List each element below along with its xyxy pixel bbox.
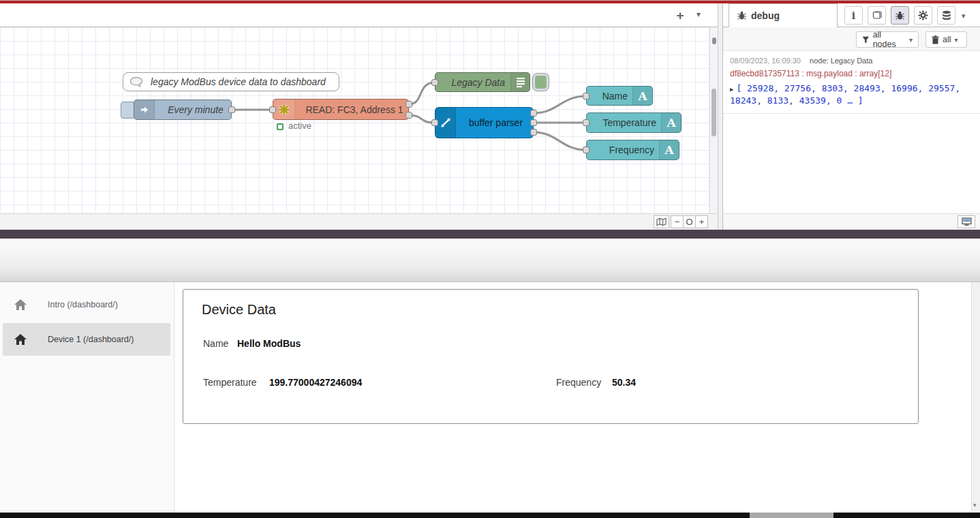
gear-icon [918,10,928,20]
zoom-in-button[interactable]: + [695,215,708,228]
dashboard-header: Device 1 [0,239,980,282]
debug-message-list: 08/09/2023, 16:09:30 node: Legacy Data d… [723,51,980,213]
add-flow-button[interactable]: + [671,8,689,23]
scroll-down-caret-icon[interactable]: ▾ [973,502,977,508]
modbus-read-node[interactable]: READ: FC3, Address 1 [273,99,409,120]
comment-node-label: legacy ModBus device data to dashboard [151,73,339,91]
horizontal-scrollbar-thumb[interactable] [750,513,833,518]
nav-item-intro[interactable]: Intro (/dashboard/) [3,289,170,320]
name-value: Hello ModBus [237,338,301,349]
message-payload: ▶[ 25928, 27756, 8303, 28493, 16996, 295… [730,82,974,106]
nav-item-device-1[interactable]: Device 1 (/dashboard/) [3,323,170,356]
message-property-path: df8ecbd817357113 : msg.payload : array[1… [730,69,974,78]
port-frequency-in[interactable] [583,147,589,153]
debug-console-icon [510,73,530,91]
modbus-read-node-label: READ: FC3, Address 1 [301,100,408,119]
name-label: Name [203,338,228,349]
context-data-tab-button[interactable] [937,6,955,25]
debug-tab-button[interactable] [891,6,909,25]
debug-node-label: Legacy Data [435,73,505,91]
port-modbus-out-2[interactable] [405,112,412,119]
info-tab-button[interactable]: i [844,6,863,25]
sidebar-resize-handle[interactable] [718,3,722,230]
bug-icon [895,11,904,20]
port-inject-out[interactable] [228,106,235,113]
config-nodes-tab-button[interactable] [914,6,932,25]
modbus-asterisk-icon [273,100,295,119]
dashboard-content: Device Data Name Hello ModBus Temperatur… [174,282,971,513]
tab-debug-label: debug [751,10,780,21]
port-parser-out-3[interactable] [530,129,537,136]
screen: + ▾ legacy Mod [0,0,980,518]
text-a-icon: A [632,87,652,105]
ui-text-node-temperature[interactable]: Temperature A [586,112,682,133]
inject-button[interactable] [121,102,135,119]
sidebar-menu-caret-icon[interactable]: ▾ [962,12,966,20]
dashboard-sidebar: Intro (/dashboard/) Device 1 (/dashboard… [0,282,174,513]
port-modbus-out-1[interactable] [405,101,412,108]
bug-icon [737,11,746,20]
editor-vertical-scrollbar[interactable] [709,27,718,213]
home-icon [14,333,27,346]
speech-bubble-icon [129,76,143,88]
port-parser-out-1[interactable] [530,110,537,117]
text-a-icon: A [661,113,681,132]
nav-item-label: Device 1 (/dashboard/) [48,335,134,344]
port-temperature-in[interactable] [583,119,589,126]
comment-node[interactable]: legacy ModBus device data to dashboard [123,72,339,91]
inject-node[interactable]: Every minute [134,100,232,120]
debug-filter-button[interactable]: all nodes ▾ [856,31,919,48]
resize-diagonal-icon [435,108,456,138]
nav-item-label: Intro (/dashboard/) [48,300,118,309]
open-debug-window-button[interactable] [958,215,975,228]
debug-sidebar: debug i [722,3,980,230]
ui-text-label: Temperature [587,113,656,132]
home-icon [14,299,27,311]
port-modbus-in[interactable] [269,106,276,113]
zoom-reset-button[interactable]: O [683,215,696,228]
book-icon [872,11,882,20]
frequency-value: 50.34 [612,377,636,388]
inject-arrow-icon [134,100,155,119]
port-name-in[interactable] [583,93,589,100]
caret-down-icon: ▾ [955,36,958,44]
debug-message[interactable]: 08/09/2023, 16:09:30 node: Legacy Data d… [723,51,980,114]
database-icon [942,10,951,20]
scrollbar-thumb[interactable] [711,89,716,136]
node-status-text: active [288,121,311,131]
ui-text-node-name[interactable]: Name A [586,86,653,106]
workspace-tabbar: + ▾ [0,3,718,27]
message-source-node[interactable]: node: Legacy Data [810,57,872,65]
port-parser-out-2[interactable] [530,119,537,126]
card-title: Device Data [202,302,276,318]
flow-list-caret-icon[interactable]: ▾ [696,10,701,19]
window-separator-bar [0,230,980,239]
device-data-card: Device Data Name Hello ModBus Temperatur… [183,289,919,424]
help-tab-button[interactable] [868,6,886,25]
port-parser-in[interactable] [431,119,438,126]
ui-text-label: Frequency [587,140,654,159]
ui-text-node-frequency[interactable]: Frequency A [586,140,679,160]
text-a-icon: A [659,140,679,159]
funnel-icon [862,36,870,44]
sidebar-header: debug i [723,3,980,27]
debug-enable-toggle[interactable] [533,74,549,91]
tab-debug[interactable]: debug [729,3,838,27]
scrollbar-dot[interactable] [712,37,716,44]
inject-node-label: Every minute [160,100,231,119]
expand-triangle-icon[interactable]: ▶ [730,86,733,93]
buffer-parser-node[interactable]: buffer parser [435,107,534,138]
zoom-out-button[interactable]: − [671,215,684,228]
temperature-value: 199.77000427246094 [269,377,362,388]
message-timestamp: 08/09/2023, 16:09:30 [730,57,801,65]
debug-clear-button[interactable]: all ▾ [925,31,967,48]
debug-node-legacy-data[interactable]: Legacy Data [435,72,530,92]
ui-text-label: Name [587,87,628,105]
dashboard-scrollbar[interactable]: ▾ [971,282,980,513]
debug-toolbar: all nodes ▾ all ▾ [723,27,980,51]
port-debug-in[interactable] [431,79,438,86]
navigator-button[interactable] [654,215,669,228]
trash-icon [932,35,939,44]
buffer-parser-node-label: buffer parser [459,108,533,138]
caret-down-icon: ▾ [909,36,913,44]
